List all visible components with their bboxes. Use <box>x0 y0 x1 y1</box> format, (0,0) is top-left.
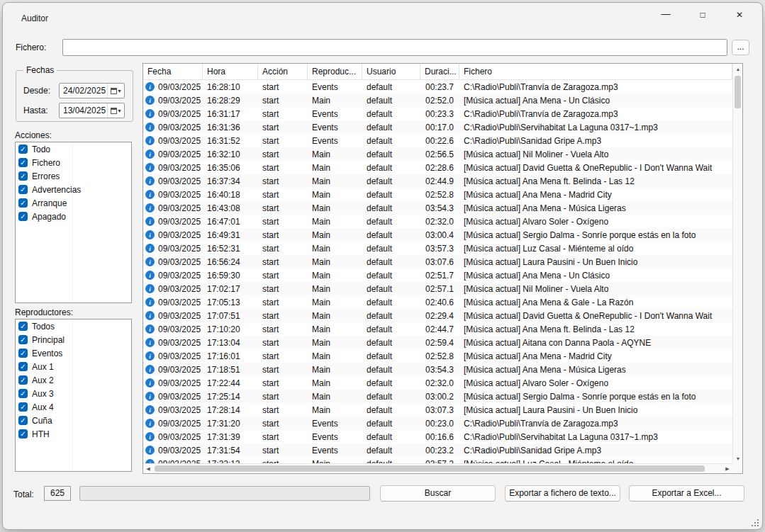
export-text-button[interactable]: Exportar a fichero de texto... <box>505 485 620 502</box>
info-icon: i <box>145 311 155 320</box>
table-row[interactable]: i09/03/202517:31:54startEventsdefault00:… <box>143 443 732 457</box>
table-row[interactable]: i09/03/202517:31:20startEventsdefault00:… <box>143 417 732 430</box>
reproductor-item[interactable]: ✓Principal <box>16 333 131 346</box>
reproductor-item[interactable]: ✓Aux 3 <box>16 387 131 400</box>
checkbox-checked-icon[interactable]: ✓ <box>18 158 28 167</box>
checkbox-checked-icon[interactable]: ✓ <box>18 362 28 371</box>
table-row[interactable]: i09/03/202516:28:10startEventsdefault00:… <box>143 80 732 94</box>
column-header-reproductor[interactable]: Reproduc... <box>308 64 362 79</box>
column-header-hora[interactable]: Hora <box>203 64 258 79</box>
vertical-scrollbar-thumb[interactable] <box>735 76 741 108</box>
audit-log-table: FechaHoraAcciónReproduc...UsuarioDuraci.… <box>143 63 743 474</box>
table-row[interactable]: i09/03/202517:10:20startMaindefault02:44… <box>143 322 732 336</box>
checkbox-checked-icon[interactable]: ✓ <box>18 375 28 385</box>
scroll-right-icon[interactable]: ▶ <box>722 464 732 474</box>
table-row[interactable]: i09/03/202517:18:51startMaindefault03:54… <box>143 363 732 376</box>
scroll-down-icon[interactable]: ▼ <box>733 453 743 463</box>
checkbox-checked-icon[interactable]: ✓ <box>18 212 28 221</box>
table-row[interactable]: i09/03/202517:13:04startMaindefault02:59… <box>143 336 732 349</box>
vertical-scrollbar[interactable]: ▲ ▼ <box>732 64 742 463</box>
table-row[interactable]: i09/03/202516:49:31startMaindefault03:00… <box>143 228 732 242</box>
checkbox-checked-icon[interactable]: ✓ <box>18 322 28 331</box>
desde-date-picker[interactable]: 24/02/2025 ▾ <box>59 83 125 98</box>
table-row[interactable]: i09/03/202517:02:17startMaindefault02:57… <box>143 282 732 295</box>
reproductor-item[interactable]: ✓Aux 1 <box>16 360 131 373</box>
checkbox-checked-icon[interactable]: ✓ <box>18 145 28 154</box>
table-row[interactable]: i09/03/202517:32:13startMaindefault03:57… <box>143 457 732 463</box>
reproductor-item[interactable]: ✓Todos <box>16 319 131 333</box>
browse-button[interactable]: ... <box>732 40 749 55</box>
reproductor-item[interactable]: ✓HTH <box>16 427 131 441</box>
cell-fichero: C:\Radio\Publi\Tranvía de Zaragoza.mp3 <box>459 109 732 119</box>
table-row[interactable]: i09/03/202516:56:24startMaindefault03:07… <box>143 255 732 268</box>
column-header-fecha[interactable]: Fecha <box>143 64 203 79</box>
info-icon: i <box>145 82 155 91</box>
checkbox-checked-icon[interactable]: ✓ <box>18 335 28 344</box>
checkbox-checked-icon[interactable]: ✓ <box>18 171 28 181</box>
acciones-listbox[interactable]: ✓Todo✓Fichero✓Errores✓Advertencias✓Arran… <box>15 142 132 303</box>
scroll-left-icon[interactable]: ◀ <box>143 464 153 474</box>
reproductores-listbox[interactable]: ✓Todos✓Principal✓Eventos✓Aux 1✓Aux 2✓Aux… <box>15 319 132 472</box>
table-row[interactable]: i09/03/202517:31:39startEventsdefault00:… <box>143 430 732 443</box>
cell-duracion: 02:51.7 <box>420 271 459 281</box>
export-excel-button[interactable]: Exportar a Excel... <box>629 485 744 502</box>
accion-item[interactable]: ✓Errores <box>16 169 131 183</box>
table-row[interactable]: i09/03/202517:28:14startMaindefault03:07… <box>143 403 732 417</box>
table-row[interactable]: i09/03/202517:22:44startMaindefault02:32… <box>143 376 732 390</box>
column-header-usuario[interactable]: Usuario <box>362 64 420 79</box>
table-row[interactable]: i09/03/202516:52:31startMaindefault03:57… <box>143 242 732 255</box>
table-row[interactable]: i09/03/202516:31:36startEventsdefault00:… <box>143 120 732 134</box>
checkbox-checked-icon[interactable]: ✓ <box>18 416 28 425</box>
cell-hora: 16:43:08 <box>203 203 258 213</box>
checkbox-checked-icon[interactable]: ✓ <box>18 349 28 358</box>
reproductor-item[interactable]: ✓Eventos <box>16 346 131 360</box>
checkbox-checked-icon[interactable]: ✓ <box>18 389 28 398</box>
table-row[interactable]: i09/03/202516:59:30startMaindefault02:51… <box>143 268 732 282</box>
accion-item[interactable]: ✓Fichero <box>16 156 131 169</box>
buscar-button[interactable]: Buscar <box>380 485 496 502</box>
maximize-button[interactable]: □ <box>684 3 721 27</box>
cell-usuario: default <box>362 392 420 402</box>
horizontal-scrollbar-thumb[interactable] <box>155 465 705 472</box>
table-row[interactable]: i09/03/202516:28:29startMaindefault02:52… <box>143 94 732 107</box>
title-bar[interactable]: Auditor — □ ✕ <box>3 3 762 34</box>
accion-item[interactable]: ✓Advertencias <box>16 183 131 196</box>
minimize-button[interactable]: — <box>647 3 684 27</box>
accion-item[interactable]: ✓Apagado <box>16 210 131 223</box>
table-row[interactable]: i09/03/202516:31:17startEventsdefault00:… <box>143 107 732 120</box>
cell-reproductor: Main <box>308 217 362 227</box>
table-row[interactable]: i09/03/202517:05:13startMaindefault02:40… <box>143 295 732 309</box>
desde-calendar-dropdown[interactable]: ▾ <box>107 84 124 98</box>
accion-item[interactable]: ✓Arranque <box>16 196 131 210</box>
table-row[interactable]: i09/03/202516:32:10startMaindefault02:56… <box>143 147 732 161</box>
cell-hora: 17:13:04 <box>203 338 258 348</box>
column-header-duracion[interactable]: Duraci... <box>420 64 459 79</box>
table-row[interactable]: i09/03/202516:37:34startMaindefault02:44… <box>143 174 732 188</box>
checkbox-checked-icon[interactable]: ✓ <box>18 429 28 438</box>
checkbox-checked-icon[interactable]: ✓ <box>18 402 28 412</box>
reproductor-item[interactable]: ✓Cuña <box>16 414 131 427</box>
scroll-up-icon[interactable]: ▲ <box>733 64 743 74</box>
close-button[interactable]: ✕ <box>721 3 758 27</box>
table-row[interactable]: i09/03/202516:35:06startMaindefault02:28… <box>143 161 732 174</box>
resize-grip[interactable] <box>751 519 759 526</box>
accion-item[interactable]: ✓Todo <box>16 142 131 156</box>
checkbox-checked-icon[interactable]: ✓ <box>18 198 28 208</box>
table-row[interactable]: i09/03/202516:40:18startMaindefault02:52… <box>143 188 732 201</box>
fichero-input[interactable] <box>62 39 727 56</box>
table-row[interactable]: i09/03/202517:25:14startMaindefault03:00… <box>143 390 732 403</box>
checkbox-checked-icon[interactable]: ✓ <box>18 185 28 194</box>
reproductor-item[interactable]: ✓Aux 4 <box>16 400 131 414</box>
table-row[interactable]: i09/03/202517:16:01startMaindefault02:52… <box>143 349 732 363</box>
reproductor-item[interactable]: ✓Aux 2 <box>16 373 131 387</box>
column-header-accion[interactable]: Acción <box>258 64 308 79</box>
column-header-fichero[interactable]: Fichero <box>459 64 732 79</box>
table-row[interactable]: i09/03/202516:47:01startMaindefault02:32… <box>143 215 732 228</box>
horizontal-scrollbar[interactable]: ◀ ▶ <box>143 463 732 473</box>
hasta-calendar-dropdown[interactable]: ▾ <box>107 103 124 118</box>
cell-duracion: 02:44.7 <box>420 324 459 334</box>
table-row[interactable]: i09/03/202516:31:52startEventsdefault00:… <box>143 134 732 147</box>
table-row[interactable]: i09/03/202517:07:51startMaindefault02:29… <box>143 309 732 322</box>
hasta-date-picker[interactable]: 13/04/2025 ▾ <box>59 103 125 118</box>
table-row[interactable]: i09/03/202516:43:08startMaindefault03:54… <box>143 201 732 215</box>
